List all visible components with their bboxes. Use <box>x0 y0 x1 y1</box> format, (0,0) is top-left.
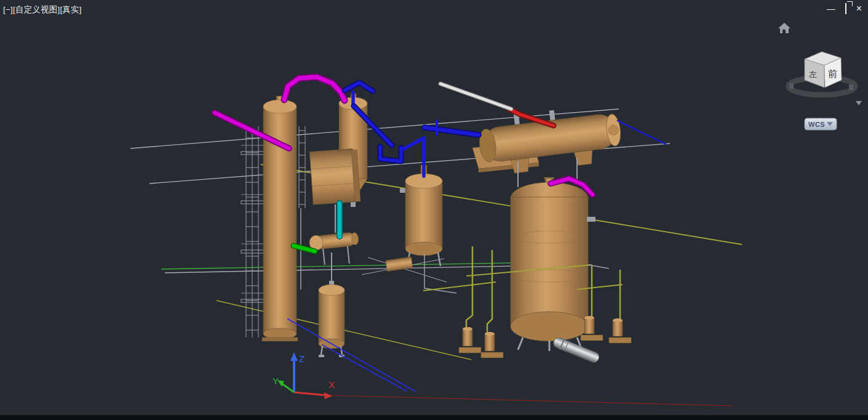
small-vessel[interactable] <box>319 252 344 357</box>
y-axis-label: Y <box>273 376 279 386</box>
x-axis-arrow <box>324 392 332 399</box>
viewcube-home[interactable] <box>778 23 790 33</box>
viewport-label: [−][自定义视图][真实] <box>3 4 82 15</box>
cad-application-window: [−][自定义视图][真实] — × <box>0 0 868 420</box>
viewport-controls-menu[interactable]: [−] <box>3 5 13 14</box>
wcs-dropdown[interactable]: WCS <box>805 118 837 130</box>
skid-unit[interactable] <box>386 257 413 272</box>
z-axis-arrow <box>290 352 298 361</box>
viewcube-left-label[interactable]: 左 <box>809 70 817 79</box>
close-button[interactable]: × <box>856 4 862 14</box>
view-name-menu[interactable]: [自定义视图] <box>13 5 60 14</box>
viewcube[interactable]: 左 前 <box>789 52 855 95</box>
wcs-label: WCS <box>808 121 825 128</box>
viewcube-menu-arrow[interactable] <box>856 101 862 105</box>
distillation-column[interactable] <box>262 96 298 341</box>
z-axis-label: Z <box>299 353 305 364</box>
white-pipe[interactable] <box>440 84 511 109</box>
y-axis <box>281 383 294 392</box>
mid-vessel[interactable] <box>400 165 456 293</box>
ucs-icon: Z X Y <box>273 352 733 406</box>
compass-label-east[interactable] <box>849 84 853 90</box>
window-controls: — × <box>827 4 862 14</box>
x-axis-label: X <box>328 379 335 390</box>
visual-style-menu[interactable]: [真实] <box>60 5 81 14</box>
pump-group-left[interactable] <box>459 327 503 358</box>
compass-label-west[interactable] <box>789 83 794 89</box>
restore-icon <box>845 3 846 14</box>
restore-button[interactable] <box>845 4 846 14</box>
x-axis <box>294 392 327 395</box>
pump-group-right[interactable] <box>581 316 631 343</box>
viewcube-front-label[interactable]: 前 <box>828 68 837 79</box>
minimize-button[interactable]: — <box>827 4 835 14</box>
viewport-canvas[interactable]: Z X Y 左 前 WCS <box>0 0 868 420</box>
bottom-edge-bar <box>0 415 868 420</box>
large-tank[interactable] <box>511 177 595 351</box>
x-axis-extension <box>328 395 733 406</box>
exchanger-box[interactable] <box>309 148 360 204</box>
